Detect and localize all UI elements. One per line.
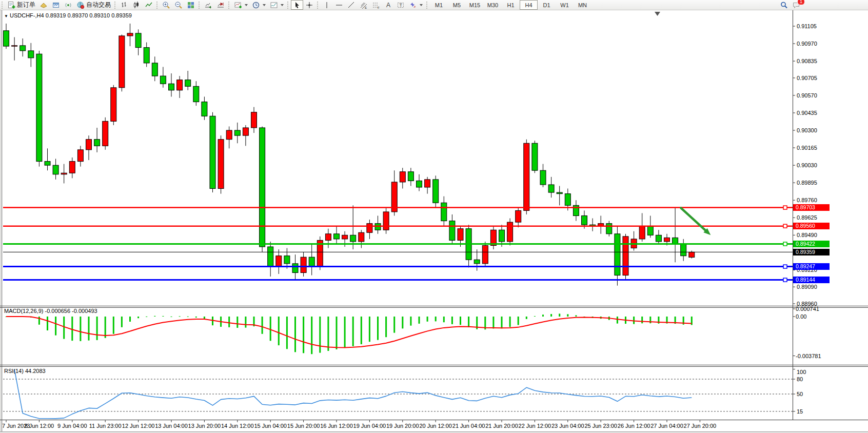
timeframe-h1-button[interactable]: H1 — [502, 0, 520, 10]
candle-body — [251, 112, 257, 128]
channel-tool-button[interactable]: E — [358, 0, 370, 10]
candle-body — [119, 36, 125, 88]
chart-shift-button[interactable] — [214, 0, 227, 10]
timeframe-h4-button[interactable]: H4 — [520, 0, 538, 10]
hline-endpoint-marker[interactable] — [783, 265, 787, 268]
macd-histogram-bar — [179, 316, 181, 317]
text-label-icon: T — [397, 1, 405, 9]
timeframe-d1-button[interactable]: D1 — [538, 0, 556, 10]
candle-body — [4, 31, 9, 46]
charts-button[interactable] — [37, 0, 50, 10]
macd-histogram-bar — [435, 317, 437, 321]
hline-endpoint-marker[interactable] — [783, 206, 787, 209]
text-tool-button[interactable]: A — [382, 0, 394, 10]
bar-chart-button[interactable] — [118, 0, 130, 10]
candle-body — [507, 222, 513, 242]
price-axis-tick-label: 0.90300 — [797, 127, 817, 133]
horizontal-line-icon — [335, 1, 343, 9]
macd-histogram-bar — [443, 317, 445, 322]
auto-scroll-icon — [204, 1, 212, 9]
search-button[interactable] — [778, 0, 790, 10]
line-chart-button[interactable] — [143, 0, 155, 10]
candle-body — [309, 257, 314, 266]
trendline-tool-button[interactable] — [345, 0, 358, 10]
candle-body — [12, 46, 17, 46]
indicators-icon — [234, 1, 242, 9]
macd-histogram-bar — [171, 317, 172, 317]
toolbar-separator — [114, 2, 116, 9]
zoom-in-button[interactable] — [160, 0, 172, 10]
candle-body — [185, 80, 191, 87]
hline-endpoint-marker[interactable] — [783, 224, 787, 228]
candlestick-chart-icon — [132, 1, 141, 9]
timeframe-m15-button[interactable]: M15 — [466, 0, 484, 10]
candle-body — [656, 235, 661, 242]
macd-histogram-bar — [105, 317, 106, 338]
arrows-tool-button[interactable] — [407, 0, 425, 10]
macd-histogram-bar — [509, 317, 511, 327]
tile-windows-button[interactable] — [185, 0, 197, 10]
candle-body — [243, 128, 248, 135]
candle-body — [474, 260, 480, 264]
candle-body — [681, 244, 686, 256]
toolbar-handle[interactable] — [2, 2, 4, 9]
time-axis-label: 21 Jun 04:00 — [452, 423, 485, 429]
templates-button[interactable] — [268, 0, 286, 10]
signals-button[interactable] — [62, 0, 74, 10]
vertical-line-tool-button[interactable] — [321, 0, 333, 10]
candle-body — [111, 88, 116, 122]
candle-body — [210, 116, 215, 188]
market-watch-button[interactable] — [50, 0, 62, 10]
time-axis-label: 12 Jun 12:00 — [122, 423, 155, 429]
candle-body — [499, 230, 505, 242]
market-watch-icon — [52, 1, 60, 9]
timeframe-m5-button[interactable]: M5 — [448, 0, 466, 10]
periods-button[interactable] — [250, 0, 268, 10]
rsi-axis-label: 100 — [797, 369, 806, 375]
line-chart-icon — [145, 1, 153, 9]
new-order-button[interactable]: 新订单 — [5, 0, 37, 10]
macd-histogram-bar — [377, 317, 379, 340]
hline-endpoint-marker[interactable] — [783, 278, 787, 282]
price-axis-tick-label: 0.89760 — [797, 197, 817, 203]
macd-histogram-bar — [344, 317, 346, 347]
candle-body — [606, 224, 612, 234]
cursor-tool-button[interactable] — [291, 0, 303, 10]
symbol-dropdown-caret-icon[interactable]: ▼ — [4, 14, 8, 18]
crosshair-tool-button[interactable] — [303, 0, 315, 10]
zoom-out-button[interactable] — [172, 0, 185, 10]
chart-canvas[interactable]: 0.911050.909700.908350.907050.905700.904… — [0, 0, 868, 433]
vertical-line-icon — [323, 1, 331, 9]
auto-scroll-button[interactable] — [202, 0, 214, 10]
candle-body — [169, 84, 174, 90]
macd-histogram-bar — [419, 317, 420, 324]
macd-histogram-bar — [518, 317, 519, 325]
candle-body — [375, 224, 381, 230]
new-order-icon — [7, 1, 15, 9]
macd-histogram-bar — [617, 317, 618, 324]
candle-body — [69, 162, 75, 173]
candle-body — [623, 237, 628, 275]
toolbar-separator — [287, 2, 289, 9]
fibonacci-tool-button[interactable]: F — [370, 0, 382, 10]
time-axis-label: 19 Jun 04:00 — [353, 423, 386, 429]
hline-endpoint-marker[interactable] — [783, 242, 787, 246]
timeframe-m30-button[interactable]: M30 — [484, 0, 502, 10]
notifications-button[interactable]: 1 — [790, 0, 802, 10]
indicators-button[interactable] — [232, 0, 250, 10]
equidistant-channel-icon: E — [360, 1, 368, 9]
autotrading-button[interactable]: 自动交易 — [74, 0, 113, 10]
macd-histogram-bar — [633, 317, 635, 324]
macd-histogram-bar — [262, 317, 263, 334]
timeframe-mn-button[interactable]: MN — [574, 0, 591, 10]
crosshair-icon — [305, 1, 313, 9]
horizontal-line-tool-button[interactable] — [333, 0, 345, 10]
timeframe-m1-button[interactable]: M1 — [430, 0, 448, 10]
fibonacci-icon: F — [372, 1, 380, 9]
text-label-tool-button[interactable]: T — [394, 0, 407, 10]
candle-body — [28, 51, 34, 58]
timeframe-w1-button[interactable]: W1 — [556, 0, 574, 10]
candlestick-chart-button[interactable] — [130, 0, 143, 10]
candle-body — [342, 235, 348, 239]
price-axis-tick-label: 0.91105 — [797, 23, 817, 29]
